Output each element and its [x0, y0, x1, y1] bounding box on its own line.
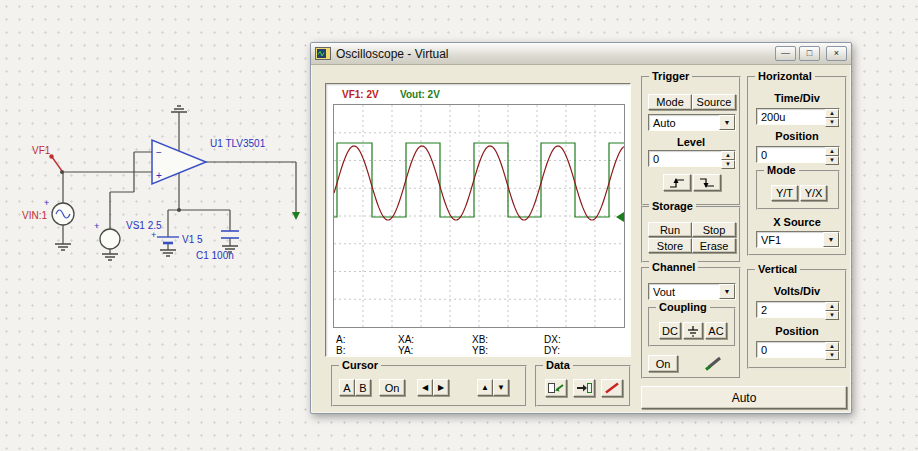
readout-xb-label: XB:: [472, 334, 488, 345]
spinner-up-icon[interactable]: ▲: [825, 147, 839, 156]
cursor-b-button[interactable]: B: [355, 379, 371, 396]
channel1-scale-label: VF1: 2V: [342, 89, 379, 100]
coupling-dc-button[interactable]: DC: [659, 322, 681, 339]
scope-graph[interactable]: [333, 104, 625, 328]
spinner-up-icon[interactable]: ▲: [825, 302, 839, 311]
cursor-up-button[interactable]: ▲: [477, 379, 493, 396]
copy-data-button[interactable]: [573, 379, 595, 397]
trigger-group: Trigger Mode Source Auto ▼ Level 0 ▲ ▼: [641, 76, 741, 206]
battery-symbol[interactable]: [157, 237, 179, 243]
horizontal-group: Horizontal Time/Div 200u ▲ ▼ Position 0 …: [747, 76, 847, 256]
trigger-mode-select[interactable]: Auto ▼: [648, 114, 736, 131]
vref-label: VS1 2.5: [126, 220, 162, 231]
voltsdiv-label: Volts/Div: [749, 285, 845, 297]
stop-button[interactable]: Stop: [692, 222, 736, 237]
spinner-down-icon[interactable]: ▼: [825, 118, 839, 127]
vertical-position-spinner[interactable]: 0 ▲ ▼: [756, 341, 840, 358]
spinner-down-icon[interactable]: ▼: [721, 160, 735, 169]
horizontal-mode-group: Mode Y/T Y/X: [756, 170, 840, 210]
close-button[interactable]: ×: [826, 46, 847, 61]
ground-coupling-icon: [687, 325, 699, 337]
capacitor-symbol[interactable]: [221, 231, 239, 238]
timediv-spinner[interactable]: 200u ▲ ▼: [756, 108, 840, 125]
trigger-level-spinner[interactable]: 0 ▲ ▼: [648, 150, 736, 167]
spinner-down-icon[interactable]: ▼: [825, 156, 839, 165]
readout-ya-label: YA:: [398, 345, 413, 356]
spinner-down-icon[interactable]: ▼: [825, 311, 839, 320]
timediv-value: 200u: [757, 109, 825, 124]
rising-edge-icon: [668, 177, 686, 189]
voltsdiv-spinner[interactable]: 2 ▲ ▼: [756, 301, 840, 318]
auto-setup-button[interactable]: Auto: [641, 386, 847, 409]
horizontal-mode-title: Mode: [764, 164, 799, 176]
cursor-group: Cursor A B On ◀ ▶ ▲ ▼: [331, 365, 527, 407]
probe-select-button[interactable]: [699, 353, 729, 373]
mode-yx-button[interactable]: Y/X: [800, 185, 827, 201]
wires[interactable]: [62, 112, 296, 254]
scope-plot: [334, 105, 624, 327]
coupling-ac-button[interactable]: AC: [705, 322, 727, 339]
data-group: Data: [535, 365, 631, 407]
vertical-group: Vertical Volts/Div 2 ▲ ▼ Position 0 ▲ ▼: [747, 269, 847, 369]
mode-yt-button[interactable]: Y/T: [771, 185, 798, 201]
readout-dx-label: DX:: [544, 334, 561, 345]
channel-select[interactable]: Vout ▼: [648, 283, 736, 300]
readout-xa-label: XA:: [398, 334, 414, 345]
ground-icon[interactable]: [55, 106, 238, 260]
titlebar[interactable]: Oscilloscope - Virtual — □ ×: [311, 43, 851, 65]
spinner-up-icon[interactable]: ▲: [825, 109, 839, 118]
voltage-probe-icon[interactable]: [49, 154, 62, 171]
channel-group-title: Channel: [649, 261, 698, 273]
cursor-on-button[interactable]: On: [379, 379, 405, 396]
dropdown-arrow-icon[interactable]: ▼: [823, 232, 839, 247]
trigger-mode-button[interactable]: Mode: [648, 94, 692, 110]
minimize-button[interactable]: —: [775, 46, 796, 61]
horizontal-position-label: Position: [749, 130, 845, 142]
horizontal-position-spinner[interactable]: 0 ▲ ▼: [756, 146, 840, 163]
timediv-label: Time/Div: [749, 92, 845, 104]
channel-on-button[interactable]: On: [648, 355, 678, 372]
rising-edge-button[interactable]: [663, 174, 691, 191]
clear-icon: [603, 381, 621, 395]
readout-dy-label: DY:: [544, 345, 560, 356]
falling-edge-button[interactable]: [693, 174, 721, 191]
horizontal-group-title: Horizontal: [755, 70, 815, 82]
output-probe-icon[interactable]: [292, 212, 300, 220]
opamp-label: U1 TLV3501: [210, 138, 266, 149]
probe-icon: [703, 355, 725, 371]
data-group-title: Data: [543, 359, 573, 371]
readout-a-label: A:: [336, 334, 345, 345]
spinner-up-icon[interactable]: ▲: [825, 342, 839, 351]
cap-label: C1 100n: [196, 250, 234, 261]
cursor-right-button[interactable]: ▶: [433, 379, 449, 396]
trigger-source-button[interactable]: Source: [692, 94, 736, 110]
oscilloscope-window: Oscilloscope - Virtual — □ × VF1: 2V Vou…: [310, 42, 852, 414]
horizontal-position-value: 0: [757, 147, 825, 162]
storage-group: Storage Run Stop Store Erase: [641, 206, 741, 263]
probe-label: VF1: [32, 145, 51, 156]
battery-plus-mark: +: [151, 230, 156, 240]
store-button[interactable]: Store: [648, 238, 692, 253]
trace-position-marker[interactable]: [616, 212, 624, 222]
scope-grid: [334, 105, 624, 327]
sine-trace: [334, 146, 624, 220]
spinner-up-icon[interactable]: ▲: [721, 151, 735, 160]
run-button[interactable]: Run: [648, 222, 692, 237]
maximize-button[interactable]: □: [799, 46, 820, 61]
dropdown-arrow-icon[interactable]: ▼: [719, 284, 735, 299]
sine-source-symbol[interactable]: [52, 203, 74, 225]
voltsdiv-value: 2: [757, 302, 825, 317]
cursor-left-button[interactable]: ◀: [417, 379, 433, 396]
cursor-down-button[interactable]: ▼: [493, 379, 509, 396]
erase-button[interactable]: Erase: [692, 238, 736, 253]
export-data-button[interactable]: [545, 379, 567, 397]
channel-value: Vout: [649, 284, 719, 299]
dc-source-symbol[interactable]: [100, 229, 120, 249]
trigger-level-label: Level: [643, 136, 739, 148]
clear-data-button[interactable]: [601, 379, 623, 397]
dropdown-arrow-icon[interactable]: ▼: [719, 115, 735, 130]
xsource-select[interactable]: VF1 ▼: [756, 231, 840, 248]
cursor-a-button[interactable]: A: [339, 379, 355, 396]
coupling-ground-button[interactable]: [683, 322, 703, 339]
spinner-down-icon[interactable]: ▼: [825, 351, 839, 360]
